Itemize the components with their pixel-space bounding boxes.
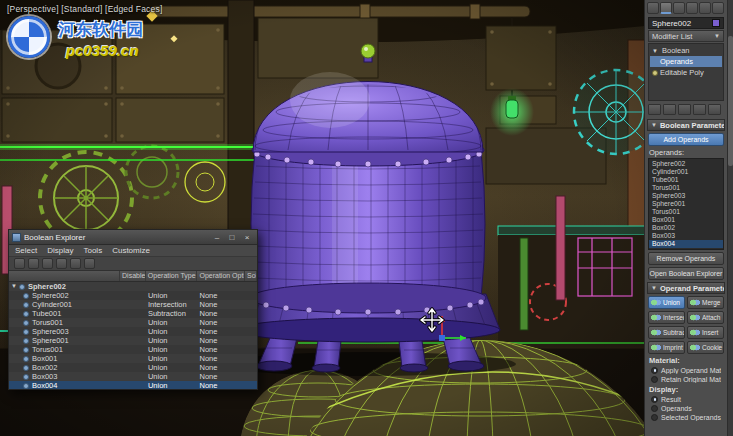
boolean-parameters-rollout[interactable]: ▼ Boolean Parameters — [647, 119, 725, 131]
subtract-button[interactable]: Subtract — [648, 326, 685, 339]
display-tab-icon[interactable] — [699, 2, 711, 14]
attach-button[interactable]: Attach — [687, 311, 724, 324]
make-unique-icon[interactable] — [678, 104, 691, 115]
disable-cell[interactable] — [120, 318, 146, 327]
operation-type-cell[interactable]: Union — [146, 381, 198, 389]
operand-item[interactable]: Sphere003 — [649, 192, 723, 200]
table-row[interactable]: Cylinder001 Intersection None — [9, 300, 257, 309]
filter-icon[interactable] — [42, 258, 53, 269]
merge-button[interactable]: Merge — [687, 296, 724, 309]
stack-item-operands[interactable]: Operands — [650, 56, 722, 67]
motion-tab-icon[interactable] — [686, 2, 698, 14]
operation-option-cell[interactable]: None — [197, 381, 245, 389]
operation-type-cell[interactable]: Union — [146, 354, 198, 363]
operation-type-cell[interactable]: Union — [146, 327, 198, 336]
expand-all-icon[interactable] — [70, 258, 81, 269]
solo-cell[interactable] — [245, 381, 257, 389]
disable-cell[interactable] — [120, 354, 146, 363]
scrollbar-thumb[interactable] — [728, 36, 733, 166]
close-button[interactable]: × — [240, 231, 254, 243]
stack-item-editable-poly[interactable]: Editable Poly — [650, 67, 722, 78]
table-row[interactable]: Sphere002 Union None — [9, 291, 257, 300]
remove-modifier-icon[interactable] — [693, 104, 706, 115]
expand-arrow-icon[interactable]: ▼ — [652, 48, 658, 54]
visibility-bulb-icon[interactable] — [652, 70, 658, 76]
table-row[interactable]: Torus001 Union None — [9, 345, 257, 354]
column-name[interactable] — [9, 271, 120, 281]
operand-item[interactable]: Sphere002 — [649, 160, 723, 168]
operation-option-cell[interactable]: None — [197, 309, 245, 318]
hierarchy-tab-icon[interactable] — [673, 2, 685, 14]
menu-select[interactable]: Select — [10, 245, 42, 256]
solo-cell[interactable] — [245, 309, 257, 318]
viewport-label[interactable]: [Perspective] [Standard] [Edged Faces] — [7, 4, 163, 14]
column-operation-option[interactable]: Operation Option — [197, 271, 245, 281]
modifier-list-dropdown[interactable]: Modifier List ▼ — [648, 30, 724, 42]
menu-display[interactable]: Display — [42, 245, 78, 256]
operation-type-cell[interactable]: Subtraction — [146, 309, 198, 318]
sync-selection-icon[interactable] — [28, 258, 39, 269]
operand-item[interactable]: Box002 — [649, 224, 723, 232]
insert-button[interactable]: Insert — [687, 326, 724, 339]
display-result-radio[interactable]: Result — [651, 395, 721, 403]
open-boolean-explorer-button[interactable]: Open Boolean Explorer — [648, 267, 724, 280]
remove-operands-button[interactable]: Remove Operands — [648, 252, 724, 265]
solo-cell[interactable] — [245, 291, 257, 300]
expand-arrow-icon[interactable]: ▼ — [11, 282, 17, 291]
operation-option-cell[interactable]: None — [197, 354, 245, 363]
menu-customize[interactable]: Customize — [107, 245, 155, 256]
solo-cell[interactable] — [245, 300, 257, 309]
search-icon[interactable] — [84, 258, 95, 269]
operand-parameters-rollout[interactable]: ▼ Operand Parameters — [647, 282, 725, 294]
disable-cell[interactable] — [120, 363, 146, 372]
solo-cell[interactable] — [245, 336, 257, 345]
minimize-button[interactable]: – — [210, 231, 224, 243]
table-row[interactable]: Sphere003 Union None — [9, 327, 257, 336]
table-row-selected[interactable]: Box004 Union None — [9, 381, 257, 389]
operand-item[interactable]: Cylinder001 — [649, 168, 723, 176]
disable-cell[interactable] — [120, 300, 146, 309]
menu-tools[interactable]: Tools — [78, 245, 107, 256]
operation-type-cell[interactable]: Union — [146, 345, 198, 354]
column-operation-type[interactable]: Operation Type — [146, 271, 198, 281]
solo-cell[interactable] — [245, 318, 257, 327]
lock-cell-editing-icon[interactable] — [14, 258, 25, 269]
disable-cell[interactable] — [120, 336, 146, 345]
table-row[interactable]: Tube001 Subtraction None — [9, 309, 257, 318]
disable-cell[interactable] — [120, 327, 146, 336]
imprint-button[interactable]: Imprint — [648, 341, 685, 354]
solo-cell[interactable] — [245, 345, 257, 354]
disable-cell[interactable] — [120, 345, 146, 354]
add-operands-button[interactable]: Add Operands — [648, 133, 724, 146]
operation-type-cell[interactable]: Union — [146, 363, 198, 372]
operation-type-cell[interactable]: Union — [146, 372, 198, 381]
pin-stack-icon[interactable] — [648, 104, 661, 115]
utilities-tab-icon[interactable] — [712, 2, 724, 14]
operation-option-cell[interactable]: None — [197, 336, 245, 345]
operand-item[interactable]: Sphere001 — [649, 200, 723, 208]
stack-item-boolean[interactable]: ▼ Boolean — [650, 45, 722, 56]
table-row[interactable]: ▼Sphere002 — [9, 282, 257, 291]
operand-item[interactable]: Box001 — [649, 216, 723, 224]
operation-type-cell[interactable]: Intersection — [146, 300, 198, 309]
operation-option-cell[interactable]: None — [197, 363, 245, 372]
operation-option-cell[interactable]: None — [197, 345, 245, 354]
operand-item[interactable]: Torus001 — [649, 184, 723, 192]
table-row[interactable]: Box001 Union None — [9, 354, 257, 363]
operation-type-cell[interactable]: Union — [146, 318, 198, 327]
disable-cell[interactable] — [120, 291, 146, 300]
panel-scrollbar[interactable] — [727, 0, 733, 436]
boolean-explorer-titlebar[interactable]: Boolean Explorer – □ × — [9, 230, 257, 245]
solo-cell[interactable] — [245, 327, 257, 336]
column-disable[interactable]: Disable — [120, 271, 146, 281]
operation-option-cell[interactable]: None — [197, 318, 245, 327]
create-tab-icon[interactable] — [647, 2, 659, 14]
disable-cell[interactable] — [120, 309, 146, 318]
column-solo[interactable]: Solo — [245, 271, 257, 281]
table-row[interactable]: Box003 Union None — [9, 372, 257, 381]
configure-modifier-sets-icon[interactable] — [708, 104, 721, 115]
operation-type-cell[interactable]: Union — [146, 291, 198, 300]
apply-operand-material-radio[interactable]: Apply Operand Material — [651, 366, 721, 374]
operation-option-cell[interactable]: None — [197, 291, 245, 300]
show-end-result-icon[interactable] — [663, 104, 676, 115]
